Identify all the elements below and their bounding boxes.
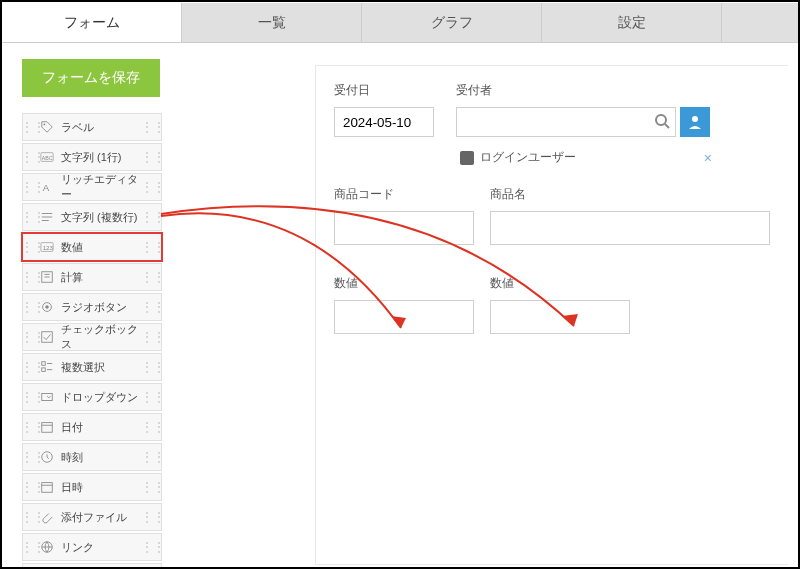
product-name-label: 商品名 [490, 186, 770, 203]
field-複数選択[interactable]: ⋮⋮複数選択⋮⋮ [22, 353, 162, 381]
field-日時[interactable]: ⋮⋮日時⋮⋮ [22, 473, 162, 501]
drag-handle-icon: ⋮⋮ [147, 294, 157, 320]
save-form-button[interactable]: フォームを保存 [22, 59, 160, 97]
search-icon[interactable] [654, 113, 670, 132]
tab-settings[interactable]: 設定 [542, 3, 722, 42]
drag-handle-icon: ⋮⋮ [27, 114, 37, 140]
field-ラジオボタン[interactable]: ⋮⋮ラジオボタン⋮⋮ [22, 293, 162, 321]
drag-handle-icon: ⋮⋮ [147, 144, 157, 170]
receiver-input[interactable] [456, 107, 676, 137]
code-label: 商品コード [334, 186, 474, 203]
tag-icon [39, 119, 55, 135]
drag-handle-icon: ⋮⋮ [147, 354, 157, 380]
field-ラベル[interactable]: ⋮⋮ラベル⋮⋮ [22, 113, 162, 141]
drag-handle-icon: ⋮⋮ [147, 204, 157, 230]
field-label: ドロップダウン [61, 390, 138, 405]
drag-handle-icon: ⋮⋮ [147, 324, 157, 350]
drag-handle-icon: ⋮⋮ [27, 144, 37, 170]
product-name-input[interactable] [490, 211, 770, 245]
svg-rect-15 [42, 362, 46, 366]
drag-handle-icon: ⋮⋮ [147, 504, 157, 530]
drag-handle-icon: ⋮⋮ [147, 444, 157, 470]
svg-text:123: 123 [43, 244, 54, 251]
tab-bar: フォーム 一覧 グラフ 設定 [2, 3, 798, 43]
number-input-1[interactable] [334, 300, 474, 334]
field-日付[interactable]: ⋮⋮日付⋮⋮ [22, 413, 162, 441]
code-input[interactable] [334, 211, 474, 245]
drag-handle-icon: ⋮⋮ [27, 474, 37, 500]
drag-handle-icon: ⋮⋮ [27, 234, 37, 260]
attach-icon [39, 509, 55, 525]
abc-icon: ABC [39, 149, 55, 165]
drag-handle-icon: ⋮⋮ [27, 414, 37, 440]
field-label: 複数選択 [61, 360, 105, 375]
number-label-1: 数値 [334, 275, 474, 292]
tab-form[interactable]: フォーム [2, 3, 182, 42]
field-label: チェックボックス [61, 322, 147, 352]
a-icon: A [39, 179, 55, 195]
svg-rect-14 [42, 332, 53, 343]
field-label: 数値 [61, 240, 83, 255]
drag-handle-icon: ⋮⋮ [147, 174, 157, 200]
field-計算[interactable]: ⋮⋮計算⋮⋮ [22, 263, 162, 291]
close-icon[interactable]: × [704, 150, 712, 166]
drag-handle-icon: ⋮⋮ [27, 534, 37, 560]
field-チェックボックス[interactable]: ⋮⋮チェックボックス⋮⋮ [22, 323, 162, 351]
form-canvas[interactable]: 受付日 受付者 ログインユーザー × [315, 65, 788, 565]
field-label: 添付ファイル [61, 510, 127, 525]
drag-handle-icon: ⋮⋮ [27, 564, 37, 568]
radio-icon [39, 299, 55, 315]
dd-icon [39, 389, 55, 405]
svg-point-47 [656, 115, 666, 125]
drag-handle-icon: ⋮⋮ [147, 384, 157, 410]
drag-handle-icon: ⋮⋮ [147, 534, 157, 560]
number-input-2[interactable] [490, 300, 630, 334]
field-リンク[interactable]: ⋮⋮リンク⋮⋮ [22, 533, 162, 561]
cal-icon [39, 479, 55, 495]
drag-handle-icon: ⋮⋮ [27, 504, 37, 530]
link-icon [39, 539, 55, 555]
check-icon [39, 329, 55, 345]
date-input[interactable] [334, 107, 434, 137]
field-label: 時刻 [61, 450, 83, 465]
svg-point-49 [692, 116, 698, 122]
field-ユーザー選択[interactable]: ⋮⋮ユーザー選択⋮⋮ [22, 563, 162, 568]
field-文字列 (1行)[interactable]: ⋮⋮ABC文字列 (1行)⋮⋮ [22, 143, 162, 171]
login-user-label: ログインユーザー [480, 149, 576, 166]
svg-point-0 [44, 124, 46, 126]
drag-handle-icon: ⋮⋮ [27, 204, 37, 230]
drag-handle-icon: ⋮⋮ [147, 264, 157, 290]
tab-list[interactable]: 一覧 [182, 3, 362, 42]
user-square-icon [460, 151, 474, 165]
field-label: 計算 [61, 270, 83, 285]
field-文字列 (複数行)[interactable]: ⋮⋮文字列 (複数行)⋮⋮ [22, 203, 162, 231]
svg-line-48 [665, 124, 669, 128]
tab-graph[interactable]: グラフ [362, 3, 542, 42]
field-palette: フォームを保存 ⋮⋮ラベル⋮⋮⋮⋮ABC文字列 (1行)⋮⋮⋮⋮Aリッチエディタ… [2, 43, 315, 568]
multi-icon [39, 359, 55, 375]
drag-handle-icon: ⋮⋮ [147, 564, 157, 568]
field-時刻[interactable]: ⋮⋮時刻⋮⋮ [22, 443, 162, 471]
num-icon: 123 [39, 239, 55, 255]
field-リッチエディター[interactable]: ⋮⋮Aリッチエディター⋮⋮ [22, 173, 162, 201]
field-label: リッチエディター [61, 172, 147, 202]
drag-handle-icon: ⋮⋮ [27, 444, 37, 470]
field-添付ファイル[interactable]: ⋮⋮添付ファイル⋮⋮ [22, 503, 162, 531]
drag-handle-icon: ⋮⋮ [147, 414, 157, 440]
user-picker-button[interactable] [680, 107, 710, 137]
field-label: リンク [61, 540, 94, 555]
clock-icon [39, 449, 55, 465]
drag-handle-icon: ⋮⋮ [147, 114, 157, 140]
login-user-chip: ログインユーザー × [460, 149, 712, 166]
field-数値[interactable]: ⋮⋮123数値⋮⋮ [22, 233, 162, 261]
drag-handle-icon: ⋮⋮ [27, 324, 37, 350]
field-label: ラジオボタン [61, 300, 127, 315]
field-ドロップダウン[interactable]: ⋮⋮ドロップダウン⋮⋮ [22, 383, 162, 411]
svg-text:ABC: ABC [42, 155, 53, 161]
drag-handle-icon: ⋮⋮ [147, 474, 157, 500]
svg-rect-16 [42, 368, 46, 372]
field-label: ラベル [61, 120, 94, 135]
field-label: 文字列 (複数行) [61, 210, 137, 225]
field-label: 日付 [61, 420, 83, 435]
svg-text:A: A [42, 182, 49, 193]
